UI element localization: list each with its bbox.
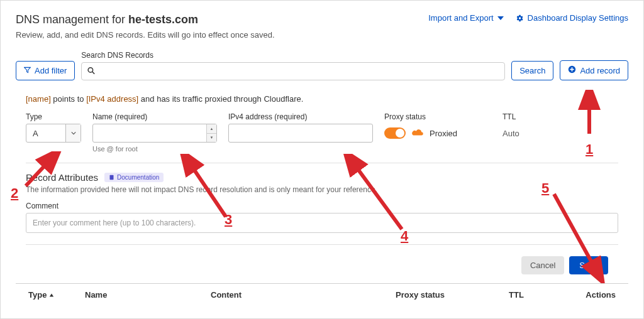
th-name[interactable]: Name: [85, 290, 211, 300]
search-icon: [87, 67, 95, 76]
name-input[interactable]: [92, 124, 217, 143]
gear-icon: [515, 14, 524, 23]
svg-marker-0: [25, 67, 31, 72]
svg-rect-6: [110, 175, 114, 180]
add-filter-button[interactable]: Add filter: [16, 61, 75, 80]
header-actions: Import and Export Dashboard Display Sett…: [428, 13, 628, 23]
instruction-text: [name] points to [IPv4 address] and has …: [26, 94, 618, 104]
attrs-title: Record Attributes: [26, 172, 98, 183]
spinner-down-icon[interactable]: ▼: [207, 134, 216, 143]
type-column: Type A: [26, 112, 81, 143]
plus-circle-icon: [568, 65, 576, 75]
search-label: Search DNS Records: [81, 51, 505, 60]
name-column: Name (required) ▲ ▼ Use @ for root: [92, 112, 217, 153]
doc-label: Documentation: [117, 174, 159, 181]
record-attributes: Record Attributes Documentation The info…: [16, 172, 628, 233]
title-prefix: DNS management for: [16, 13, 128, 26]
search-input[interactable]: [81, 62, 505, 80]
title-domain: he-tests.com: [128, 13, 198, 26]
name-label: Name (required): [92, 112, 217, 121]
add-record-button[interactable]: Add record: [560, 60, 628, 80]
proxy-cell: Proxied: [384, 124, 491, 143]
documentation-badge[interactable]: Documentation: [104, 173, 164, 182]
comment-label: Comment: [26, 202, 618, 210]
name-hint: Use @ for root: [92, 145, 217, 153]
cloud-icon: [411, 128, 425, 139]
import-export-label: Import and Export: [428, 13, 493, 23]
page-subtitle: Review, add, and edit DNS records. Edits…: [16, 30, 275, 40]
svg-point-1: [88, 67, 93, 72]
proxy-label: Proxy status: [384, 112, 491, 121]
display-settings-label: Dashboard Display Settings: [528, 13, 628, 23]
type-value: A: [26, 129, 65, 138]
header-left: DNS management for he-tests.com Review, …: [16, 13, 275, 40]
display-settings-link[interactable]: Dashboard Display Settings: [515, 13, 628, 23]
add-record-label: Add record: [580, 66, 620, 75]
search-row: Add filter Search DNS Records Search Add…: [16, 51, 628, 80]
instruction-mid1: points to: [51, 94, 86, 104]
ip-column: IPv4 address (required): [228, 112, 373, 143]
th-ttl[interactable]: TTL: [509, 290, 578, 300]
ip-input[interactable]: [228, 124, 373, 143]
comment-input[interactable]: [26, 213, 618, 233]
search-wrap: Search DNS Records: [81, 51, 505, 80]
th-type[interactable]: Type: [28, 290, 85, 300]
import-export-dropdown[interactable]: Import and Export: [428, 13, 503, 23]
cancel-button[interactable]: Cancel: [521, 256, 564, 274]
record-form-row: Type A Name (required) ▲ ▼ Use @ for roo…: [16, 112, 628, 153]
attrs-title-row: Record Attributes Documentation: [26, 172, 618, 183]
chevron-down-icon: [65, 124, 80, 142]
search-button[interactable]: Search: [511, 61, 553, 80]
svg-marker-7: [50, 294, 53, 297]
th-proxy[interactable]: Proxy status: [396, 290, 509, 300]
page-title: DNS management for he-tests.com: [16, 13, 275, 26]
proxy-value: Proxied: [430, 129, 457, 138]
records-table-header: Type Name Content Proxy status TTL Actio…: [16, 283, 628, 306]
action-row: Cancel Save: [26, 244, 618, 283]
proxy-toggle[interactable]: [384, 127, 406, 139]
svg-rect-5: [570, 69, 575, 70]
placeholder-ip: [IPv4 address]: [86, 94, 138, 104]
sort-asc-icon: [49, 290, 54, 300]
attrs-subtitle: The information provided here will not i…: [26, 185, 618, 194]
placeholder-name: [name]: [26, 94, 51, 104]
type-select[interactable]: A: [26, 124, 81, 143]
caret-down-icon: [497, 16, 504, 20]
svg-line-2: [92, 72, 94, 73]
th-content[interactable]: Content: [211, 290, 396, 300]
ip-label: IPv4 address (required): [228, 112, 373, 121]
add-filter-label: Add filter: [35, 66, 67, 75]
proxy-column: Proxy status Proxied: [384, 112, 491, 143]
dns-management-panel: DNS management for he-tests.com Review, …: [0, 0, 644, 319]
type-label: Type: [26, 112, 81, 121]
doc-icon: [109, 175, 114, 180]
name-spinner[interactable]: ▲ ▼: [206, 124, 216, 142]
name-input-wrap: ▲ ▼: [92, 124, 217, 143]
separator: [26, 163, 618, 163]
th-actions: Actions: [578, 290, 616, 300]
instruction-mid2: and has its traffic proxied through Clou…: [138, 94, 303, 104]
ttl-label: TTL: [502, 112, 553, 121]
search-box: [81, 62, 505, 80]
filter-icon: [24, 66, 31, 75]
spinner-up-icon[interactable]: ▲: [207, 124, 216, 134]
save-button[interactable]: Save: [569, 256, 608, 274]
ttl-value: Auto: [502, 124, 553, 143]
ttl-column: TTL Auto: [502, 112, 553, 143]
header-row: DNS management for he-tests.com Review, …: [16, 13, 628, 40]
search-button-label: Search: [519, 66, 545, 75]
th-type-label: Type: [28, 290, 47, 300]
